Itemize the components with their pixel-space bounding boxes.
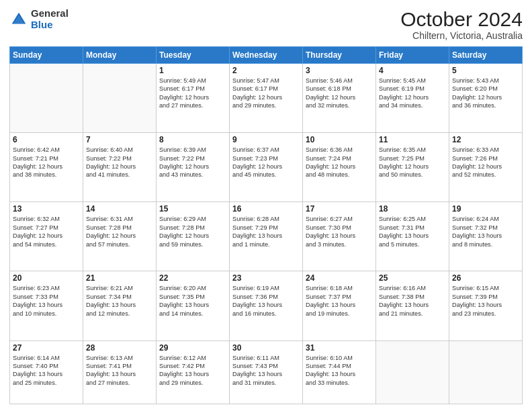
title-block: October 2024 Chiltern, Victoria, Austral…: [400, 8, 523, 41]
day-number: 27: [13, 343, 80, 353]
day-number: 23: [232, 273, 300, 283]
logo: General Blue: [9, 8, 69, 30]
day-number: 3: [306, 66, 373, 75]
day-info: Sunrise: 6:32 AM Sunset: 7:27 PM Dayligh…: [13, 215, 80, 248]
header-friday: Friday: [376, 47, 449, 64]
day-number: 4: [379, 66, 446, 75]
day-cell: 5Sunrise: 5:43 AM Sunset: 6:20 PM Daylig…: [449, 64, 523, 133]
day-number: 29: [159, 343, 226, 353]
day-cell: 2Sunrise: 5:47 AM Sunset: 6:17 PM Daylig…: [230, 64, 303, 133]
day-info: Sunrise: 6:20 AM Sunset: 7:35 PM Dayligh…: [159, 284, 226, 318]
day-number: 17: [306, 204, 373, 214]
day-cell: 1Sunrise: 5:49 AM Sunset: 6:17 PM Daylig…: [157, 64, 230, 133]
day-number: 30: [232, 343, 300, 353]
logo-text: General Blue: [31, 8, 69, 30]
day-number: 11: [379, 135, 446, 144]
header-saturday: Saturday: [449, 47, 523, 64]
day-cell: 13Sunrise: 6:32 AM Sunset: 7:27 PM Dayli…: [10, 202, 83, 271]
day-number: 12: [452, 135, 519, 144]
header-thursday: Thursday: [303, 47, 376, 64]
day-cell: 22Sunrise: 6:20 AM Sunset: 7:35 PM Dayli…: [157, 271, 230, 340]
page: General Blue October 2024 Chiltern, Vict…: [0, 0, 532, 411]
day-info: Sunrise: 5:43 AM Sunset: 6:20 PM Dayligh…: [452, 77, 519, 110]
week-row-4: 20Sunrise: 6:23 AM Sunset: 7:33 PM Dayli…: [10, 271, 523, 340]
day-info: Sunrise: 6:16 AM Sunset: 7:38 PM Dayligh…: [379, 284, 446, 318]
day-cell: 11Sunrise: 6:35 AM Sunset: 7:25 PM Dayli…: [376, 133, 449, 202]
day-number: 10: [306, 135, 373, 144]
day-number: 25: [379, 273, 446, 283]
day-info: Sunrise: 6:14 AM Sunset: 7:40 PM Dayligh…: [13, 354, 80, 387]
day-number: 31: [306, 343, 373, 353]
weekday-header-row: Sunday Monday Tuesday Wednesday Thursday…: [10, 47, 523, 64]
day-number: 9: [232, 135, 300, 144]
day-cell: 14Sunrise: 6:31 AM Sunset: 7:28 PM Dayli…: [83, 202, 157, 271]
day-cell: 27Sunrise: 6:14 AM Sunset: 7:40 PM Dayli…: [10, 340, 83, 404]
day-cell: 17Sunrise: 6:27 AM Sunset: 7:30 PM Dayli…: [303, 202, 376, 271]
day-cell: 12Sunrise: 6:33 AM Sunset: 7:26 PM Dayli…: [449, 133, 523, 202]
day-cell: 30Sunrise: 6:11 AM Sunset: 7:43 PM Dayli…: [230, 340, 303, 404]
day-info: Sunrise: 5:49 AM Sunset: 6:17 PM Dayligh…: [159, 77, 226, 110]
day-number: 1: [159, 66, 226, 75]
day-cell: 25Sunrise: 6:16 AM Sunset: 7:38 PM Dayli…: [376, 271, 449, 340]
day-info: Sunrise: 6:19 AM Sunset: 7:36 PM Dayligh…: [232, 284, 300, 318]
day-cell: 3Sunrise: 5:46 AM Sunset: 6:18 PM Daylig…: [303, 64, 376, 133]
day-cell: 20Sunrise: 6:23 AM Sunset: 7:33 PM Dayli…: [10, 271, 83, 340]
day-cell: 26Sunrise: 6:15 AM Sunset: 7:39 PM Dayli…: [449, 271, 523, 340]
day-info: Sunrise: 6:36 AM Sunset: 7:24 PM Dayligh…: [306, 146, 373, 179]
day-number: 21: [86, 273, 153, 283]
day-info: Sunrise: 5:47 AM Sunset: 6:17 PM Dayligh…: [232, 77, 300, 110]
day-cell: 8Sunrise: 6:39 AM Sunset: 7:22 PM Daylig…: [157, 133, 230, 202]
day-number: 24: [306, 273, 373, 283]
day-number: 15: [159, 204, 226, 214]
day-number: 22: [159, 273, 226, 283]
day-cell: 18Sunrise: 6:25 AM Sunset: 7:31 PM Dayli…: [376, 202, 449, 271]
header-monday: Monday: [83, 47, 157, 64]
day-cell: 24Sunrise: 6:18 AM Sunset: 7:37 PM Dayli…: [303, 271, 376, 340]
day-cell: 15Sunrise: 6:29 AM Sunset: 7:28 PM Dayli…: [157, 202, 230, 271]
day-info: Sunrise: 6:29 AM Sunset: 7:28 PM Dayligh…: [159, 215, 226, 248]
day-info: Sunrise: 5:46 AM Sunset: 6:18 PM Dayligh…: [306, 77, 373, 110]
month-title: October 2024: [400, 8, 523, 30]
day-cell: 28Sunrise: 6:13 AM Sunset: 7:41 PM Dayli…: [83, 340, 157, 404]
calendar-table: Sunday Monday Tuesday Wednesday Thursday…: [9, 46, 523, 404]
day-info: Sunrise: 6:35 AM Sunset: 7:25 PM Dayligh…: [379, 146, 446, 179]
logo-line2: Blue: [31, 19, 69, 31]
day-info: Sunrise: 6:39 AM Sunset: 7:22 PM Dayligh…: [159, 146, 226, 179]
day-info: Sunrise: 6:33 AM Sunset: 7:26 PM Dayligh…: [452, 146, 519, 179]
day-cell: 31Sunrise: 6:10 AM Sunset: 7:44 PM Dayli…: [303, 340, 376, 404]
day-number: 14: [86, 204, 153, 214]
day-info: Sunrise: 6:13 AM Sunset: 7:41 PM Dayligh…: [86, 354, 153, 387]
day-info: Sunrise: 6:37 AM Sunset: 7:23 PM Dayligh…: [232, 146, 300, 179]
day-info: Sunrise: 6:27 AM Sunset: 7:30 PM Dayligh…: [306, 215, 373, 248]
header-wednesday: Wednesday: [230, 47, 303, 64]
day-info: Sunrise: 6:24 AM Sunset: 7:32 PM Dayligh…: [452, 215, 519, 248]
day-info: Sunrise: 6:25 AM Sunset: 7:31 PM Dayligh…: [379, 215, 446, 248]
day-number: 28: [86, 343, 153, 353]
day-number: 18: [379, 204, 446, 214]
day-info: Sunrise: 6:28 AM Sunset: 7:29 PM Dayligh…: [232, 215, 300, 248]
week-row-2: 6Sunrise: 6:42 AM Sunset: 7:21 PM Daylig…: [10, 133, 523, 202]
day-cell: 29Sunrise: 6:12 AM Sunset: 7:42 PM Dayli…: [157, 340, 230, 404]
day-info: Sunrise: 5:45 AM Sunset: 6:19 PM Dayligh…: [379, 77, 446, 110]
day-number: 20: [13, 273, 80, 283]
subtitle: Chiltern, Victoria, Australia: [400, 30, 523, 41]
day-info: Sunrise: 6:10 AM Sunset: 7:44 PM Dayligh…: [306, 354, 373, 387]
day-info: Sunrise: 6:40 AM Sunset: 7:22 PM Dayligh…: [86, 146, 153, 179]
day-cell: 10Sunrise: 6:36 AM Sunset: 7:24 PM Dayli…: [303, 133, 376, 202]
day-info: Sunrise: 6:42 AM Sunset: 7:21 PM Dayligh…: [13, 146, 80, 179]
week-row-5: 27Sunrise: 6:14 AM Sunset: 7:40 PM Dayli…: [10, 340, 523, 404]
header-sunday: Sunday: [10, 47, 83, 64]
day-info: Sunrise: 6:11 AM Sunset: 7:43 PM Dayligh…: [232, 354, 300, 387]
day-cell: 19Sunrise: 6:24 AM Sunset: 7:32 PM Dayli…: [449, 202, 523, 271]
day-number: 26: [452, 273, 519, 283]
day-number: 7: [86, 135, 153, 144]
header-tuesday: Tuesday: [157, 47, 230, 64]
day-cell: 23Sunrise: 6:19 AM Sunset: 7:36 PM Dayli…: [230, 271, 303, 340]
day-cell: 4Sunrise: 5:45 AM Sunset: 6:19 PM Daylig…: [376, 64, 449, 133]
day-cell: 21Sunrise: 6:21 AM Sunset: 7:34 PM Dayli…: [83, 271, 157, 340]
day-info: Sunrise: 6:15 AM Sunset: 7:39 PM Dayligh…: [452, 284, 519, 318]
day-cell: 7Sunrise: 6:40 AM Sunset: 7:22 PM Daylig…: [83, 133, 157, 202]
day-number: 13: [13, 204, 80, 214]
day-cell: [83, 64, 157, 133]
day-cell: [376, 340, 449, 404]
